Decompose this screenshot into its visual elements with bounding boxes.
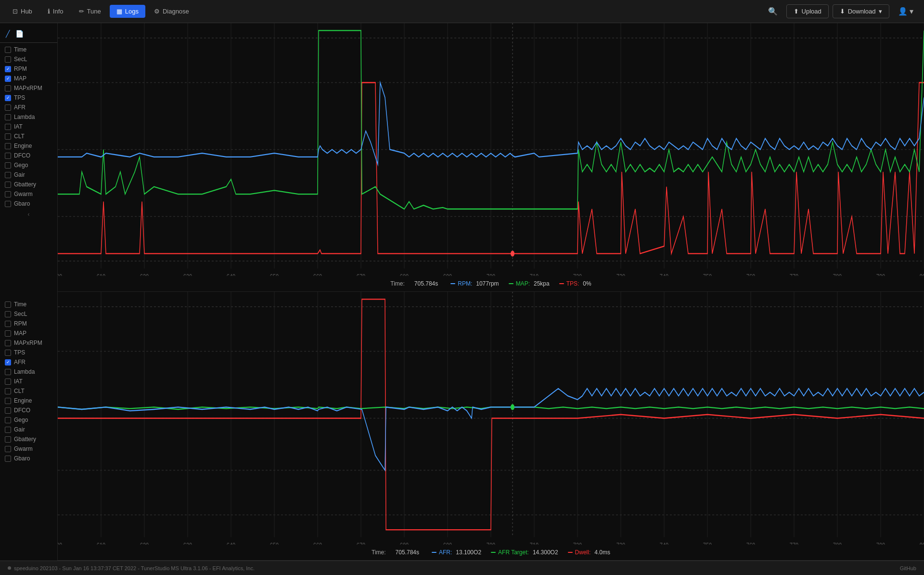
nav-tune[interactable]: ✏ Tune: [72, 5, 108, 18]
sidebar2-item-tps[interactable]: TPS: [0, 348, 57, 357]
nav-diagnose[interactable]: ⚙ Diagnose: [147, 5, 196, 18]
sidebar-item-gbattery[interactable]: Gbattery: [0, 180, 57, 189]
upload-button[interactable]: ⬆ Upload: [786, 4, 829, 18]
checkbox2-lambda[interactable]: [5, 369, 11, 375]
checkbox-engine[interactable]: [5, 143, 11, 149]
checkbox2-gwarm[interactable]: [5, 446, 11, 452]
sidebar-item-engine[interactable]: Engine: [0, 141, 57, 151]
bottom-bar: speeduino 202103 - Sun Jan 16 13:37:37 C…: [0, 561, 924, 575]
svg-text:750: 750: [703, 272, 712, 276]
checkbox2-secl[interactable]: [5, 311, 11, 317]
sidebar2-item-lambda[interactable]: Lambda: [0, 367, 57, 377]
sidebar2-item-iat[interactable]: IAT: [0, 377, 57, 386]
sidebar-item-gbaro[interactable]: Gbaro: [0, 199, 57, 209]
checkbox-gbattery[interactable]: [5, 182, 11, 188]
svg-text:720: 720: [573, 541, 582, 545]
tune-icon: ✏: [79, 8, 84, 15]
user-button[interactable]: 👤 ▾: [893, 4, 918, 19]
sidebar2-item-gbaro[interactable]: Gbaro: [0, 454, 57, 463]
checkbox-rpm[interactable]: [5, 66, 11, 72]
sidebar-item-gwarm[interactable]: Gwarm: [0, 189, 57, 199]
sidebar-item-afr[interactable]: AFR: [0, 103, 57, 112]
checkbox2-mapxrpm[interactable]: [5, 340, 11, 346]
checkbox2-rpm[interactable]: [5, 321, 11, 327]
nav-info[interactable]: ℹ Info: [41, 5, 70, 18]
sidebar-item-secl[interactable]: SecL: [0, 54, 57, 64]
nav-logs[interactable]: ▦ Logs: [110, 5, 145, 18]
checkbox-afr[interactable]: [5, 105, 11, 111]
sidebar2-item-gwarm[interactable]: Gwarm: [0, 444, 57, 454]
svg-text:760: 760: [746, 272, 755, 276]
rpm-legend-value: 1077rpm: [476, 280, 499, 287]
sidebar2-item-engine[interactable]: Engine: [0, 396, 57, 405]
sidebar2-item-gair[interactable]: Gair: [0, 425, 57, 434]
svg-text:600: 600: [58, 541, 62, 545]
svg-text:680: 680: [400, 541, 409, 545]
sidebar-item-mapxrpm[interactable]: MAPxRPM: [0, 83, 57, 93]
sidebar-item-tps[interactable]: TPS: [0, 93, 57, 103]
info-icon: ℹ: [48, 8, 50, 15]
checkbox2-dfco[interactable]: [5, 407, 11, 414]
checkbox-iat[interactable]: [5, 124, 11, 130]
checkbox-map[interactable]: [5, 76, 11, 82]
sidebar-item-lambda[interactable]: Lambda: [0, 112, 57, 122]
sidebar-item-dfco[interactable]: DFCO: [0, 151, 57, 160]
checkbox-lambda[interactable]: [5, 114, 11, 120]
sidebar-item-gair[interactable]: Gair: [0, 170, 57, 180]
chart2-container[interactable]: 600 610 620 630 640 650 660 670 680 690 …: [58, 292, 924, 545]
svg-text:700: 700: [487, 541, 495, 545]
sidebar2-item-dfco[interactable]: DFCO: [0, 405, 57, 415]
doc-tool[interactable]: 📄: [14, 29, 25, 39]
sidebar-item-iat[interactable]: IAT: [0, 122, 57, 131]
svg-text:620: 620: [140, 272, 149, 276]
checkbox-gego[interactable]: [5, 162, 11, 169]
sidebar2-item-afr[interactable]: AFR: [0, 357, 57, 367]
checkbox-clt[interactable]: [5, 133, 11, 140]
chevron-down-icon: ▾: [879, 8, 882, 15]
checkbox-secl[interactable]: [5, 56, 11, 63]
checkbox2-iat[interactable]: [5, 379, 11, 385]
sidebar-label-map: MAP: [14, 75, 26, 82]
sidebar2-item-mapxrpm[interactable]: MAPxRPM: [0, 338, 57, 348]
sidebar-item-time[interactable]: Time: [0, 45, 57, 54]
chart1-row: ╱ 📄 TimeSecLRPMMAPMAPxRPMTPSAFRLambdaIAT…: [0, 23, 924, 292]
sidebar-item-gego[interactable]: Gego: [0, 160, 57, 170]
sidebar2-item-secl[interactable]: SecL: [0, 309, 57, 319]
checkbox-dfco[interactable]: [5, 153, 11, 159]
line-tool[interactable]: ╱: [5, 29, 11, 39]
sidebar2-item-rpm[interactable]: RPM: [0, 319, 57, 328]
checkbox-mapxrpm[interactable]: [5, 85, 11, 91]
checkbox-gwarm[interactable]: [5, 191, 11, 197]
checkbox2-map[interactable]: [5, 330, 11, 337]
sidebar2-item-time[interactable]: Time: [0, 300, 57, 309]
checkbox2-clt[interactable]: [5, 388, 11, 394]
checkbox-gair[interactable]: [5, 172, 11, 178]
sidebar-item-rpm[interactable]: RPM: [0, 64, 57, 74]
sidebar2-item-gego[interactable]: Gego: [0, 415, 57, 425]
nav-hub[interactable]: ⊡ Hub: [6, 5, 39, 18]
checkbox-tps[interactable]: [5, 95, 11, 101]
checkbox2-tps[interactable]: [5, 350, 11, 356]
checkbox2-gbattery[interactable]: [5, 436, 11, 443]
sidebar2-item-clt[interactable]: CLT: [0, 386, 57, 396]
checkbox-time[interactable]: [5, 47, 11, 53]
afr-legend-label: AFR:: [439, 549, 452, 556]
checkbox2-engine[interactable]: [5, 398, 11, 404]
afr-target-legend-value: 14.300O2: [533, 549, 558, 556]
checkbox2-time[interactable]: [5, 301, 11, 308]
checkbox2-afr[interactable]: [5, 359, 11, 366]
chart1-container[interactable]: 600 610 620 630 640 650 660 670 680 690 …: [58, 23, 924, 276]
github-link[interactable]: GitHub: [900, 565, 916, 571]
checkbox2-gbaro[interactable]: [5, 456, 11, 462]
scroll-up-button[interactable]: ‹: [0, 209, 57, 220]
checkbox2-gair[interactable]: [5, 427, 11, 433]
sidebar2-item-gbattery[interactable]: Gbattery: [0, 434, 57, 444]
search-button[interactable]: 🔍: [763, 4, 783, 19]
sidebar-item-clt[interactable]: CLT: [0, 131, 57, 141]
sidebar2-item-map[interactable]: MAP: [0, 328, 57, 338]
checkbox2-gego[interactable]: [5, 417, 11, 423]
chart1-rpm-legend: RPM: 1077rpm: [450, 280, 499, 287]
download-button[interactable]: ⬇ Download ▾: [833, 4, 889, 18]
sidebar-item-map[interactable]: MAP: [0, 74, 57, 83]
checkbox-gbaro[interactable]: [5, 201, 11, 207]
